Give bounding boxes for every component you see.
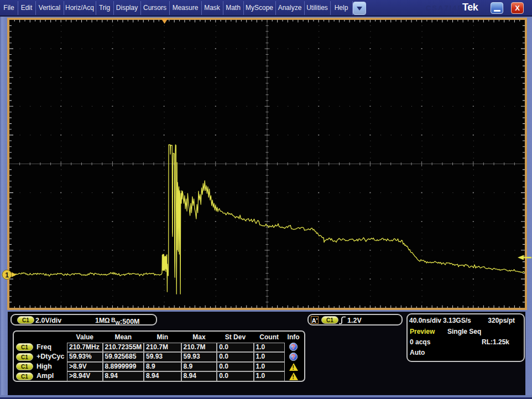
svg-text:1: 1 [5,271,9,279]
